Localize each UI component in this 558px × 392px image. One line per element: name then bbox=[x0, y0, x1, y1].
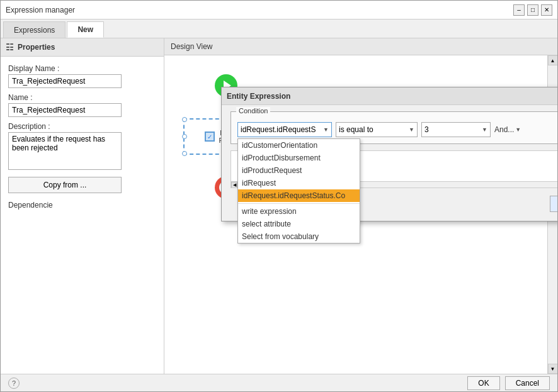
copy-from-button[interactable]: Copy from ... bbox=[8, 177, 122, 193]
entity-content: Condition idRequest.idRequestS ▼ bbox=[222, 105, 557, 221]
properties-icon: ☷ bbox=[6, 42, 14, 52]
tab-new[interactable]: New bbox=[67, 21, 104, 38]
value-text: 3 bbox=[424, 125, 429, 134]
dropdown-item-1[interactable]: idProductDisbursement bbox=[238, 152, 360, 164]
handle-bl[interactable] bbox=[182, 151, 187, 156]
design-canvas[interactable]: ✓ RejectedRequest? ▲ ▼ bbox=[164, 55, 557, 374]
status-bar: ? OK Cancel bbox=[1, 374, 557, 391]
and-arrow: ▼ bbox=[515, 126, 521, 133]
dialog-title: Expression manager bbox=[6, 6, 513, 14]
right-panel: Design View bbox=[164, 38, 557, 374]
select-button[interactable]: Select bbox=[550, 196, 557, 212]
title-bar: Expression manager – □ ✕ bbox=[1, 1, 557, 20]
close-button[interactable]: ✕ bbox=[541, 4, 552, 16]
dropdown-item-7[interactable]: Select from vocabulary bbox=[238, 230, 360, 243]
field-select[interactable]: idRequest.idRequestS ▼ bbox=[237, 122, 332, 137]
description-label: Description : bbox=[8, 122, 156, 131]
name-label: Name : bbox=[8, 93, 156, 102]
name-input[interactable] bbox=[8, 103, 122, 117]
dropdown-item-5[interactable]: write expression bbox=[238, 205, 360, 218]
display-name-label: Display Name : bbox=[8, 64, 156, 73]
dropdown-item-4[interactable]: idRequest.idRequestStatus.Co bbox=[238, 189, 360, 202]
title-bar-controls: – □ ✕ bbox=[513, 4, 552, 16]
handle-tl[interactable] bbox=[182, 117, 187, 122]
design-view-header: Design View bbox=[164, 38, 557, 55]
field-select-arrow: ▼ bbox=[323, 126, 329, 133]
entity-dialog: Entity Expression ✕ Condition idReques bbox=[221, 87, 557, 221]
field-dropdown-list: idCustomerOrientation idProductDisbursem… bbox=[237, 138, 360, 244]
tabs-bar: Expressions New bbox=[1, 20, 557, 38]
description-textarea[interactable]: Evaluates if the request has been reject… bbox=[8, 132, 122, 170]
name-section: Name : bbox=[8, 93, 156, 117]
cancel-button[interactable]: Cancel bbox=[505, 376, 550, 390]
ok-button[interactable]: OK bbox=[467, 376, 499, 390]
properties-title: Properties bbox=[18, 43, 55, 52]
operator-arrow: ▼ bbox=[409, 126, 414, 133]
value-select[interactable]: 3 ▼ bbox=[421, 122, 491, 137]
left-panel: ☷ Properties Display Name : Name : Descr… bbox=[1, 38, 164, 374]
dropdown-separator bbox=[238, 203, 360, 204]
operator-value: is equal to bbox=[339, 125, 373, 134]
field-select-wrap: idRequest.idRequestS ▼ idCustomerOrienta… bbox=[237, 122, 332, 137]
dropdown-item-2[interactable]: idProductRequest bbox=[238, 164, 360, 177]
operator-select[interactable]: is equal to ▼ bbox=[336, 122, 418, 137]
condition-group: Condition idRequest.idRequestS ▼ bbox=[231, 111, 557, 144]
help-button[interactable]: ? bbox=[8, 378, 20, 389]
tab-expressions[interactable]: Expressions bbox=[3, 21, 65, 38]
scroll-down-arrow[interactable]: ▼ bbox=[548, 364, 558, 374]
dropdown-item-0[interactable]: idCustomerOrientation bbox=[238, 139, 360, 152]
decision-checkbox-icon: ✓ bbox=[205, 132, 215, 142]
condition-row: idRequest.idRequestS ▼ idCustomerOrienta… bbox=[237, 122, 557, 137]
description-section: Description : Evaluates if the request h… bbox=[8, 122, 156, 172]
scroll-up-arrow[interactable]: ▲ bbox=[548, 55, 558, 65]
field-select-value: idRequest.idRequestS bbox=[241, 125, 316, 134]
and-label: And... bbox=[494, 125, 514, 134]
entity-dialog-title: Entity Expression bbox=[227, 92, 557, 101]
display-name-section: Display Name : bbox=[8, 64, 156, 88]
value-arrow: ▼ bbox=[482, 126, 487, 133]
dependencies-label: Dependencie bbox=[8, 201, 156, 210]
entity-title-bar: Entity Expression ✕ bbox=[222, 87, 557, 105]
left-panel-content: Display Name : Name : Description : Eval… bbox=[1, 57, 164, 374]
properties-header: ☷ Properties bbox=[1, 38, 164, 57]
condition-legend: Condition bbox=[236, 107, 270, 115]
dropdown-item-3[interactable]: idRequest bbox=[238, 177, 360, 189]
maximize-button[interactable]: □ bbox=[527, 4, 538, 16]
display-name-input[interactable] bbox=[8, 74, 122, 88]
main-dialog: Expression manager – □ ✕ Expressions New… bbox=[0, 0, 558, 392]
and-button[interactable]: And... ▼ bbox=[494, 125, 521, 134]
minimize-button[interactable]: – bbox=[513, 4, 525, 16]
content-area: ☷ Properties Display Name : Name : Descr… bbox=[1, 38, 557, 374]
mid-scroll-left[interactable]: ◀ bbox=[231, 182, 237, 188]
handle-ml[interactable] bbox=[182, 134, 187, 139]
dropdown-item-6[interactable]: select attribute bbox=[238, 218, 360, 230]
